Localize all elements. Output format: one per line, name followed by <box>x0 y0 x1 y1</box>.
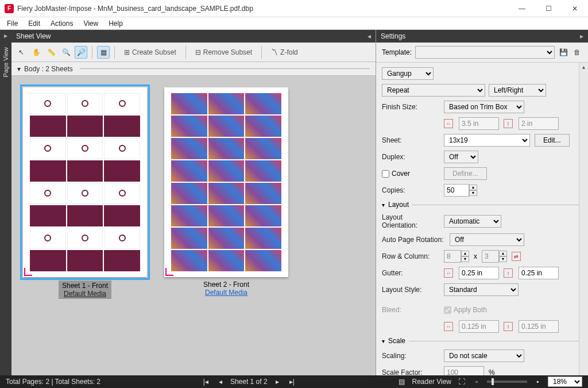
sheet-caption: Sheet 1 - Front Default Media <box>59 281 111 299</box>
caret-down-icon[interactable]: ▾ <box>382 338 385 344</box>
sheet-thumbnail-2[interactable] <box>164 87 288 277</box>
width-icon: ↔ <box>444 119 453 128</box>
scale-factor-field <box>444 366 484 375</box>
titlebar: F Fiery JobMaster-Impose - MnM_business_… <box>0 0 588 17</box>
orientation-select[interactable]: Automatic <box>444 215 501 228</box>
zoom-out-icon[interactable]: ▫ <box>472 377 481 386</box>
sheet-view-title: Sheet View <box>16 32 51 40</box>
menu-actions[interactable]: Actions <box>46 18 78 29</box>
reader-view-button[interactable]: Reader View <box>412 378 451 386</box>
cols-field <box>482 250 499 263</box>
add-icon: ⊞ <box>124 48 130 56</box>
finish-size-label: Finish Size: <box>382 103 439 111</box>
window-title: Fiery JobMaster-Impose - MnM_business_ca… <box>17 5 509 13</box>
pointer-tool[interactable]: ↖ <box>15 46 28 59</box>
copies-label: Copies: <box>382 186 439 194</box>
caret-down-icon: ▾ <box>17 65 21 73</box>
menu-view[interactable]: View <box>79 18 103 29</box>
template-label: Template: <box>382 48 412 56</box>
create-subset-button[interactable]: ⊞Create Subset <box>119 47 181 58</box>
rail-expand-icon[interactable]: ▸ <box>4 30 7 41</box>
gangup-style-select[interactable]: Repeat <box>382 84 485 97</box>
duplex-select[interactable]: Off <box>444 151 478 163</box>
page-view-tab[interactable]: Page View <box>1 41 10 83</box>
orient-toggle-select[interactable]: Left/Right <box>489 84 546 97</box>
last-page-button[interactable]: ▸| <box>287 378 297 386</box>
collapse-icon[interactable]: ◂ <box>368 32 371 40</box>
sheets-area: Sheet 1 - Front Default Media <box>11 76 376 375</box>
sheet-thumbnail-1[interactable] <box>23 87 147 277</box>
measure-tool[interactable]: 📏 <box>45 46 57 59</box>
sheet-block: Sheet 2 - Front Default Media <box>164 87 288 364</box>
copies-up[interactable]: ▲ <box>469 185 477 190</box>
zfold-button[interactable]: 〽Z-fold <box>266 47 303 58</box>
zoom-in-tool[interactable]: 🔍 <box>60 46 72 59</box>
fullscreen-icon[interactable]: ⛶ <box>457 377 466 386</box>
sheet-media-link[interactable]: Default Media <box>64 290 106 298</box>
sheet-media-link[interactable]: Default Media <box>205 289 247 297</box>
maximize-button[interactable]: ☐ <box>535 0 562 17</box>
zoom-in-icon[interactable]: ▪ <box>533 377 542 386</box>
autorot-label: Auto Page Rotation: <box>382 236 445 244</box>
cover-define-button: Define... <box>444 167 487 180</box>
sheet-toolbar: ↖ ✋ 📏 🔍 🔎 ▦ ⊞Create Subset ⊟Remove Subse… <box>11 43 376 62</box>
settings-header: Settings ▸ <box>376 30 588 43</box>
menu-help[interactable]: Help <box>104 18 127 29</box>
sheet-view-panel: Sheet View ◂ ↖ ✋ 📏 🔍 🔎 ▦ ⊞Create Subset … <box>11 30 376 375</box>
zoom-slider[interactable] <box>487 381 527 383</box>
settings-scrollbar[interactable]: ▲ <box>579 63 588 375</box>
zoom-out-tool[interactable]: 🔎 <box>75 46 87 59</box>
layout-style-select[interactable]: Standard <box>444 283 519 296</box>
sheet-edit-button[interactable]: Edit... <box>535 134 570 147</box>
zoom-select[interactable]: 18% <box>548 377 582 387</box>
scaling-label: Scaling: <box>382 352 439 360</box>
zfold-icon: 〽 <box>271 48 278 56</box>
finish-size-select[interactable]: Based on Trim Box <box>444 101 524 113</box>
height-icon: ↕ <box>504 119 513 128</box>
page-indicator: Sheet 1 of 2 <box>230 378 268 386</box>
menu-edit[interactable]: Edit <box>24 18 45 29</box>
scale-factor-label: Scale Factor: <box>382 368 439 375</box>
cover-checkbox[interactable] <box>382 170 389 178</box>
copies-field[interactable] <box>444 184 469 197</box>
prev-page-button[interactable]: ◂ <box>216 378 225 386</box>
height-icon: ↕ <box>504 268 513 278</box>
bleed-label: Bleed: <box>382 306 439 314</box>
delete-template-icon[interactable]: 🗑 <box>572 47 582 57</box>
gutter-h-field[interactable] <box>519 267 559 279</box>
layout-section-label: Layout <box>388 201 409 209</box>
first-page-button[interactable]: |◂ <box>201 378 211 386</box>
autorot-select[interactable]: Off <box>450 233 524 246</box>
page-view-rail[interactable]: ▸ Page View <box>0 30 11 375</box>
width-icon: ↔ <box>444 268 453 278</box>
fit-tool[interactable]: ▦ <box>97 46 110 59</box>
height-icon: ↕ <box>504 322 513 331</box>
sheet-size-select[interactable]: 13x19 <box>444 134 530 147</box>
statusbar: Total Pages: 2 | Total Sheets: 2 |◂ ◂ Sh… <box>0 375 588 388</box>
template-select[interactable] <box>415 46 555 59</box>
sheet-title: Sheet 2 - Front <box>203 281 249 289</box>
reader-view-icon[interactable]: ▤ <box>397 377 407 386</box>
close-button[interactable]: ✕ <box>562 0 588 17</box>
remove-subset-button[interactable]: ⊟Remove Subset <box>191 47 257 58</box>
next-page-button[interactable]: ▸ <box>273 378 281 386</box>
body-section-bar[interactable]: ▾ Body : 2 Sheets <box>11 62 376 76</box>
collapse-icon[interactable]: ▸ <box>580 32 583 40</box>
scroll-up-icon[interactable]: ▲ <box>579 63 588 72</box>
scale-section-label: Scale <box>388 337 405 345</box>
menubar: File Edit Actions View Help <box>0 17 588 30</box>
gutter-w-field[interactable] <box>459 267 499 279</box>
finish-height-field <box>519 117 559 130</box>
copies-down[interactable]: ▼ <box>469 190 477 196</box>
mode-select[interactable]: Gangup <box>382 67 434 80</box>
caret-down-icon[interactable]: ▾ <box>382 202 385 208</box>
apply-both-label: Apply Both <box>454 306 487 314</box>
scaling-select[interactable]: Do not scale <box>444 349 524 362</box>
rows-field <box>444 250 461 263</box>
pan-tool[interactable]: ✋ <box>30 46 42 59</box>
sheet-label: Sheet: <box>382 136 439 144</box>
link-icon[interactable]: ⇄ <box>512 252 521 261</box>
menu-file[interactable]: File <box>2 18 22 29</box>
minimize-button[interactable]: — <box>509 0 535 17</box>
save-template-icon[interactable]: 💾 <box>558 47 568 57</box>
